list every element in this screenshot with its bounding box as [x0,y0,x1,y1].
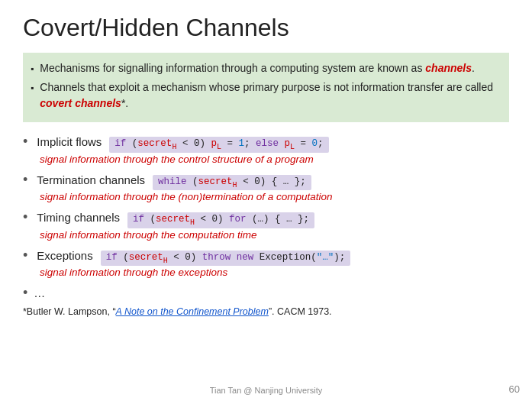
bullet-2: • [23,171,27,189]
footnote: *Butler W. Lampson, “A Note on the Confi… [23,306,509,317]
code-timing: if (secretH < 0) for (…) { … }; [127,212,314,228]
footnote-link[interactable]: A Note on the Confinement Problem [116,306,269,317]
desc-timing: signal information through the computati… [40,229,509,241]
intro-text-1: Mechanisms for signalling information th… [40,60,475,76]
footer-text: Tian Tan @ Nanjing University [0,386,532,395]
slide: Covert/Hidden Channels Mechanisms for si… [0,0,532,401]
code-implicit: if (secretH < 0) pL = 1; else pL = 0; [109,137,328,153]
label-timing: Timing channels [37,211,120,224]
list-item-implicit: • Implicit flows if (secretH < 0) pL = 1… [23,133,509,165]
bullet-1: • [23,133,27,150]
content-list: • Implicit flows if (secretH < 0) pL = 1… [23,133,509,278]
list-item-timing: • Timing channels if (secretH < 0) for (… [23,209,509,241]
code-exceptions: if (secretH < 0) throw new Exception("…"… [101,251,351,267]
bullet-4: • [23,247,27,264]
bullet-ellipsis: • [23,284,27,302]
label-exceptions: Exceptions [37,249,92,262]
intro-box: Mechanisms for signalling information th… [23,53,509,122]
covert-channels-highlight: covert channels [40,97,121,109]
desc-termination: signal information through the (non)term… [40,191,509,202]
intro-list: Mechanisms for signalling information th… [31,60,498,112]
page-title: Covert/Hidden Channels [23,14,509,42]
label-termination: Termination channels [37,173,145,186]
ellipsis-row: • … [23,284,509,302]
desc-implicit: signal information through the control s… [40,154,509,165]
list-item-termination: • Termination channels while (secretH < … [23,171,509,203]
page-number: 60 [509,383,520,395]
footnote-before: *Butler W. Lampson, “ [23,306,116,317]
bullet-3: • [23,209,27,226]
ellipsis-text: … [34,286,45,299]
list-item-exceptions: • Exceptions if (secretH < 0) throw new … [23,247,509,279]
desc-exceptions: signal information through the exception… [40,267,509,278]
footnote-after: ”. CACM 1973. [269,306,332,317]
channels-highlight: channels [425,62,472,74]
intro-item-1: Mechanisms for signalling information th… [31,60,498,76]
intro-text-2: Channels that exploit a mechanism whose … [40,79,498,112]
label-implicit: Implicit flows [37,135,102,148]
intro-item-2: Channels that exploit a mechanism whose … [31,79,498,112]
code-termination: while (secretH < 0) { … }; [153,175,311,191]
